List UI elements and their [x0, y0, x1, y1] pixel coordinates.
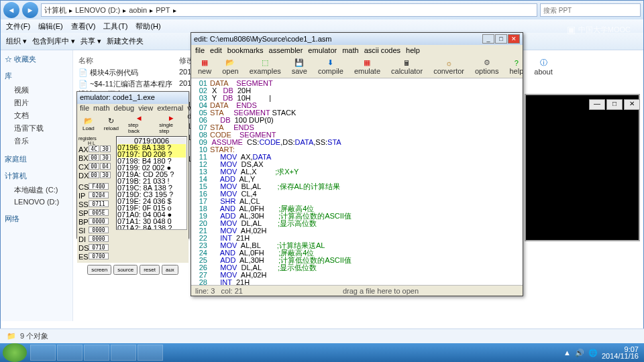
emulator-titlebar[interactable]: emulator: code1_1.exe: [77, 92, 189, 104]
reg-val[interactable]: [89, 183, 109, 190]
reset-button[interactable]: reset: [140, 265, 160, 275]
system-tray[interactable]: ▲ 🔊 🌐 9:07 2014/11/16: [558, 346, 644, 359]
tb-share[interactable]: 共享 ▾: [80, 36, 101, 46]
search-input[interactable]: [540, 3, 641, 17]
menu-view[interactable]: 查看(V): [71, 21, 96, 32]
reg-l[interactable]: [100, 145, 111, 152]
ed-menu-file[interactable]: file: [195, 46, 205, 54]
convertor-button[interactable]: ☼convertor: [433, 59, 464, 75]
ed-menu-bookmarks[interactable]: bookmarks: [227, 46, 264, 54]
reg-val[interactable]: [89, 244, 109, 251]
close-button[interactable]: ✕: [624, 99, 640, 110]
menu-help[interactable]: 帮助(H): [136, 21, 160, 32]
sidebar-item-pictures[interactable]: 图片: [5, 97, 68, 109]
reg-val[interactable]: [89, 253, 109, 259]
reload-button[interactable]: ↻reload: [104, 117, 119, 131]
sidebar-computer[interactable]: 计算机: [5, 171, 68, 181]
reg-val[interactable]: [89, 200, 109, 207]
console-window[interactable]: [525, 94, 640, 241]
reg-val[interactable]: [89, 235, 109, 242]
maximize-button[interactable]: □: [495, 34, 507, 44]
sidebar-item-documents[interactable]: 文档: [5, 109, 68, 122]
sidebar-item-music[interactable]: 音乐: [5, 135, 68, 147]
reg-l[interactable]: [100, 172, 111, 178]
help-button[interactable]: ?help: [509, 59, 523, 75]
open-button[interactable]: 📂open: [222, 58, 238, 75]
emu-menu-file[interactable]: file: [80, 104, 89, 113]
emu-menu-external[interactable]: external: [157, 104, 183, 113]
emu-menu-view[interactable]: view: [138, 104, 153, 113]
ed-menu-edit[interactable]: edit: [210, 46, 222, 54]
emu-menu-debug[interactable]: debug: [114, 104, 135, 113]
code-text[interactable]: DATA SEGMENT X DB 20H Y DB 10H | DATA EN…: [210, 80, 352, 284]
source-button[interactable]: source: [113, 265, 138, 275]
ed-menu-math[interactable]: math: [342, 46, 358, 54]
new-button[interactable]: ▦new: [198, 58, 211, 75]
close-button[interactable]: ✕: [508, 34, 520, 44]
task-ppt[interactable]: [138, 345, 163, 361]
reg-val[interactable]: [89, 227, 109, 233]
column-name[interactable]: 名称: [78, 56, 179, 66]
options-button[interactable]: ⚙options: [475, 58, 498, 75]
breadcrumb-item[interactable]: 计算机: [44, 5, 66, 15]
menu-tools[interactable]: 工具(T): [103, 21, 127, 32]
task-app2[interactable]: [111, 345, 136, 361]
sidebar-homegroup[interactable]: 家庭组: [5, 154, 68, 164]
disasm-line[interactable]: 071A2: 8A 138 ?: [117, 225, 186, 230]
reg-h[interactable]: [89, 163, 99, 170]
singlestep-button[interactable]: ►single step: [159, 114, 183, 134]
reg-val[interactable]: [89, 192, 109, 198]
forward-button[interactable]: ►: [22, 2, 38, 18]
start-button[interactable]: [3, 343, 27, 362]
back-button[interactable]: ◄: [3, 2, 19, 18]
task-ie[interactable]: [30, 345, 56, 361]
breadcrumb-item[interactable]: aobin: [129, 6, 147, 14]
reg-h[interactable]: [89, 172, 99, 178]
code-editor[interactable]: 01 02 03 04 05 06 07 08 09 10 11 12 13 1…: [191, 78, 523, 285]
sidebar-item-drive-d[interactable]: LENOVO (D:): [5, 196, 68, 207]
menu-edit[interactable]: 编辑(E): [38, 21, 63, 32]
tb-newfolder[interactable]: 新建文件夹: [107, 36, 144, 46]
reg-h[interactable]: [89, 145, 99, 152]
tray-icon[interactable]: 🔊: [575, 349, 584, 357]
about-button[interactable]: ⓘabout: [534, 58, 553, 76]
menu-file[interactable]: 文件(F): [6, 21, 30, 32]
load-button[interactable]: 📂Load: [83, 117, 95, 131]
sidebar-favorites[interactable]: ☆ 收藏夹: [5, 54, 68, 64]
screen-button[interactable]: screen: [87, 265, 111, 275]
minimize-button[interactable]: —: [589, 99, 605, 110]
sidebar-network[interactable]: 网络: [5, 214, 68, 224]
save-button[interactable]: 💾save: [292, 58, 307, 75]
sidebar-libraries[interactable]: 库: [5, 71, 68, 81]
ed-menu-help[interactable]: help: [406, 46, 420, 54]
tray-icon[interactable]: 🌐: [588, 349, 598, 357]
tb-organize[interactable]: 组织 ▾: [6, 36, 27, 46]
disassembly-panel[interactable]: 0719:0006 07196: 8A 138 ?07197: D0 208 ?…: [116, 136, 187, 230]
reg-val[interactable]: [89, 218, 109, 225]
stepback-button[interactable]: ◄step back: [128, 114, 150, 134]
ed-menu-assembler[interactable]: assembler: [269, 46, 303, 54]
minimize-button[interactable]: _: [482, 34, 494, 44]
aux-button[interactable]: aux: [162, 265, 178, 275]
ed-menu-ascii[interactable]: ascii codes: [364, 46, 400, 54]
emu-menu-math[interactable]: math: [93, 104, 109, 113]
sidebar-item-video[interactable]: 视频: [5, 84, 68, 97]
tb-include[interactable]: 包含到库中 ▾: [32, 36, 75, 46]
calculator-button[interactable]: 🖩calculator: [391, 59, 423, 75]
compile-button[interactable]: ⬇compile: [318, 58, 343, 75]
maximize-button[interactable]: □: [606, 99, 623, 110]
breadcrumb[interactable]: 计算机 ▸ LENOVO (D:) ▸ aobin ▸ PPT ▸: [41, 3, 537, 17]
tray-icon[interactable]: ▲: [564, 349, 571, 357]
breadcrumb-item[interactable]: PPT: [156, 6, 170, 14]
task-app1[interactable]: [84, 345, 109, 361]
sidebar-item-drive-c[interactable]: 本地磁盘 (C:): [5, 184, 68, 196]
reg-l[interactable]: [100, 163, 111, 170]
editor-titlebar[interactable]: edit: C:\emu8086\MySource\code1_1.asm _ …: [191, 33, 523, 45]
examples-button[interactable]: ⬚examples: [250, 58, 281, 75]
task-explorer[interactable]: [57, 345, 83, 361]
breadcrumb-item[interactable]: LENOVO (D:): [75, 6, 120, 14]
emulate-button[interactable]: ▦emulate: [354, 58, 380, 75]
ed-menu-emulator[interactable]: emulator: [308, 46, 337, 54]
sidebar-item-thunder[interactable]: 迅雷下载: [5, 122, 68, 135]
reg-h[interactable]: [89, 154, 99, 161]
